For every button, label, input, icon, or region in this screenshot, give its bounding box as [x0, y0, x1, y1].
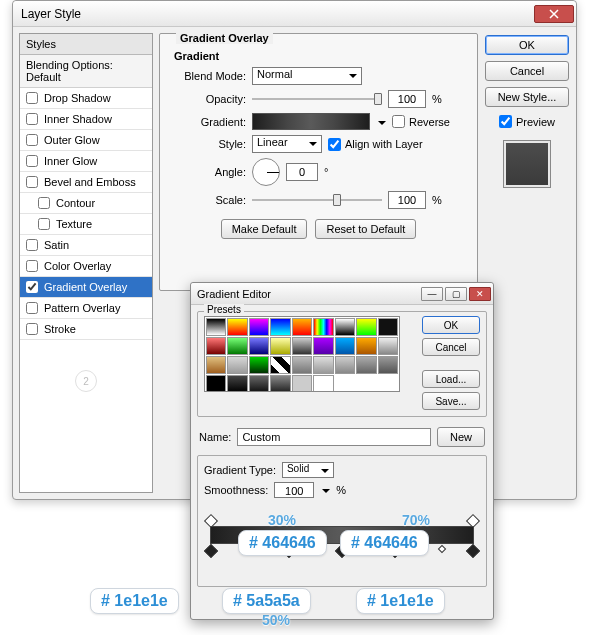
preset-swatch[interactable] — [227, 337, 247, 355]
style-item-outer-glow[interactable]: Outer Glow — [20, 130, 152, 151]
opacity-slider[interactable] — [252, 92, 382, 106]
style-item-satin[interactable]: Satin — [20, 235, 152, 256]
preset-swatch[interactable] — [270, 337, 290, 355]
ge-save-button[interactable]: Save... — [422, 392, 480, 410]
new-style-button[interactable]: New Style... — [485, 87, 569, 107]
cancel-button[interactable]: Cancel — [485, 61, 569, 81]
preset-swatch[interactable] — [270, 318, 290, 336]
preset-swatch[interactable] — [378, 337, 398, 355]
ge-load-button[interactable]: Load... — [422, 370, 480, 388]
gradient-row: Gradient: Reverse — [168, 113, 469, 130]
preset-swatch[interactable] — [270, 356, 290, 374]
ge-cancel-button[interactable]: Cancel — [422, 338, 480, 356]
style-item-drop-shadow[interactable]: Drop Shadow — [20, 88, 152, 109]
preset-swatch[interactable] — [206, 375, 226, 392]
style-checkbox[interactable] — [26, 239, 38, 251]
preset-swatch[interactable] — [292, 337, 312, 355]
ge-name-input[interactable] — [237, 428, 431, 446]
style-checkbox[interactable] — [38, 218, 50, 230]
reverse-checkbox[interactable]: Reverse — [392, 115, 450, 128]
style-item-bevel-and-emboss[interactable]: Bevel and Emboss — [20, 172, 152, 193]
preset-swatch[interactable] — [227, 356, 247, 374]
gradient-swatch[interactable] — [252, 113, 370, 130]
smoothness-value[interactable]: 100 — [274, 482, 314, 498]
preset-swatch[interactable] — [249, 375, 269, 392]
preset-swatch[interactable] — [206, 318, 226, 336]
preset-swatch[interactable] — [292, 375, 312, 392]
ok-button[interactable]: OK — [485, 35, 569, 55]
preset-swatch[interactable] — [270, 375, 290, 392]
titlebar[interactable]: Layer Style — [13, 1, 576, 27]
preset-swatch[interactable] — [356, 356, 376, 374]
preset-swatch[interactable] — [335, 318, 355, 336]
ge-close-button[interactable]: ✕ — [469, 287, 491, 301]
smoothness-arrow[interactable] — [320, 484, 330, 496]
preset-grid[interactable] — [204, 316, 400, 392]
style-item-gradient-overlay[interactable]: Gradient Overlay — [20, 277, 152, 298]
style-checkbox[interactable] — [26, 323, 38, 335]
preset-swatch[interactable] — [292, 356, 312, 374]
preset-swatch[interactable] — [356, 337, 376, 355]
style-checkbox[interactable] — [26, 155, 38, 167]
window-close-button[interactable] — [534, 5, 574, 23]
color-stop[interactable] — [466, 544, 480, 558]
gradient-picker-arrow[interactable] — [376, 116, 386, 128]
ge-ok-button[interactable]: OK — [422, 316, 480, 334]
preset-swatch[interactable] — [227, 318, 247, 336]
reset-default-button[interactable]: Reset to Default — [315, 219, 416, 239]
blend-mode-select[interactable]: Normal — [252, 67, 362, 85]
scale-slider[interactable] — [252, 193, 382, 207]
style-select[interactable]: Linear — [252, 135, 322, 153]
preset-swatch[interactable] — [206, 356, 226, 374]
styles-header[interactable]: Styles — [20, 34, 152, 55]
preset-swatch[interactable] — [335, 356, 355, 374]
angle-row: Angle: 0 ° — [168, 158, 469, 186]
angle-dial[interactable] — [252, 158, 280, 186]
make-default-button[interactable]: Make Default — [221, 219, 308, 239]
style-item-inner-shadow[interactable]: Inner Shadow — [20, 109, 152, 130]
ge-new-button[interactable]: New — [437, 427, 485, 447]
style-checkbox[interactable] — [38, 197, 50, 209]
preset-swatch[interactable] — [206, 337, 226, 355]
style-item-pattern-overlay[interactable]: Pattern Overlay — [20, 298, 152, 319]
midpoint-marker[interactable] — [437, 545, 445, 553]
grad-type-select[interactable]: Solid — [282, 462, 334, 478]
style-checkbox[interactable] — [26, 134, 38, 146]
preset-swatch[interactable] — [227, 375, 247, 392]
preset-swatch[interactable] — [313, 337, 333, 355]
presets-group: Presets OK Cancel Load... Save... — [197, 311, 487, 417]
preset-swatch[interactable] — [249, 318, 269, 336]
style-checkbox[interactable] — [26, 281, 38, 293]
style-item-contour[interactable]: Contour — [20, 193, 152, 214]
preset-swatch[interactable] — [313, 318, 333, 336]
preset-swatch[interactable] — [249, 356, 269, 374]
ge-titlebar[interactable]: Gradient Editor — ▢ ✕ — [191, 283, 493, 305]
preview-checkbox[interactable]: Preview — [499, 115, 555, 128]
style-item-texture[interactable]: Texture — [20, 214, 152, 235]
style-item-inner-glow[interactable]: Inner Glow — [20, 151, 152, 172]
preset-swatch[interactable] — [292, 318, 312, 336]
color-stop[interactable] — [204, 544, 218, 558]
style-checkbox[interactable] — [26, 113, 38, 125]
preset-swatch[interactable] — [313, 356, 333, 374]
preset-swatch[interactable] — [378, 356, 398, 374]
blending-options-row[interactable]: Blending Options: Default — [20, 55, 152, 88]
style-checkbox[interactable] — [26, 302, 38, 314]
scale-value[interactable]: 100 — [388, 191, 426, 209]
preset-swatch[interactable] — [378, 318, 398, 336]
preset-swatch[interactable] — [313, 375, 333, 392]
angle-value[interactable]: 0 — [286, 163, 318, 181]
style-item-stroke[interactable]: Stroke — [20, 319, 152, 340]
maximize-button[interactable]: ▢ — [445, 287, 467, 301]
preset-swatch[interactable] — [249, 337, 269, 355]
style-checkbox[interactable] — [26, 92, 38, 104]
preset-swatch[interactable] — [335, 337, 355, 355]
align-with-layer-checkbox[interactable]: Align with Layer — [328, 138, 423, 151]
opacity-value[interactable]: 100 — [388, 90, 426, 108]
style-checkbox[interactable] — [26, 260, 38, 272]
preset-swatch[interactable] — [356, 318, 376, 336]
style-item-color-overlay[interactable]: Color Overlay — [20, 256, 152, 277]
style-label: Outer Glow — [44, 134, 100, 146]
style-checkbox[interactable] — [26, 176, 38, 188]
minimize-button[interactable]: — — [421, 287, 443, 301]
